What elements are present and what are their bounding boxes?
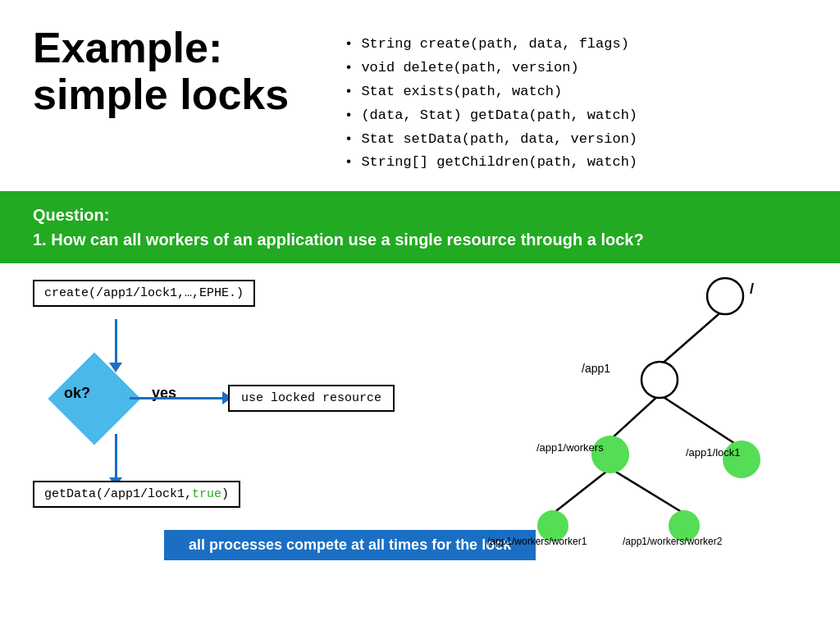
api-item-1: String create(path, data, flags) <box>345 33 807 57</box>
arrow-down-1 <box>115 319 117 364</box>
main-title: Example: simple locks <box>33 25 312 118</box>
svg-text:/app1/workers: /app1/workers <box>536 441 604 454</box>
svg-line-2 <box>660 395 742 448</box>
diamond-shape <box>48 353 140 445</box>
api-item-2: void delete(path, version) <box>345 57 807 80</box>
svg-line-0 <box>660 308 725 366</box>
svg-point-6 <box>641 362 678 398</box>
svg-line-1 <box>610 395 660 440</box>
getdata-highlight: true <box>192 487 221 501</box>
getdata-prefix: getData(/app1/lock1, <box>44 487 192 501</box>
tree-svg: / /app1 /app1/workers /app1/lock1 /app1/… <box>471 272 815 550</box>
title-line2: simple locks <box>33 71 289 118</box>
tree-diagram: / /app1 /app1/workers /app1/lock1 /app1/… <box>471 272 815 550</box>
svg-text:/: / <box>750 281 754 297</box>
getdata-box: getData(/app1/lock1,true) <box>33 481 240 508</box>
diamond-label: ok? <box>64 385 90 402</box>
svg-text:/app1/workers/worker1: /app1/workers/worker1 <box>487 536 587 547</box>
title-area: Example: simple locks <box>33 25 312 175</box>
question-line1: Question: <box>33 206 109 224</box>
question-line2: 1. How can all workers of an application… <box>33 231 644 249</box>
title-line1: Example: <box>33 24 222 71</box>
question-section: Question: 1. How can all workers of an a… <box>0 191 840 263</box>
arrow-right-to-locked <box>130 397 224 399</box>
top-section: Example: simple locks String create(path… <box>0 0 840 191</box>
api-item-3: Stat exists(path, watch) <box>345 80 807 104</box>
getdata-suffix: ) <box>221 487 229 501</box>
arrow-down-2 <box>115 434 117 479</box>
api-item-5: Stat setData(path, data, version) <box>345 128 807 152</box>
api-item-4: (data, Stat) getData(path, watch) <box>345 104 807 128</box>
svg-point-5 <box>707 278 743 314</box>
svg-text:/app1/lock1: /app1/lock1 <box>686 446 741 459</box>
svg-text:/app1/workers/worker2: /app1/workers/worker2 <box>623 536 723 547</box>
bullet-list: String create(path, data, flags) void de… <box>345 25 807 175</box>
svg-text:/app1: /app1 <box>582 362 610 375</box>
svg-line-3 <box>553 468 610 514</box>
diagram-section: create(/app1/lock1,…,EPHE.) ok? yes use … <box>0 263 840 575</box>
svg-line-4 <box>610 468 684 514</box>
api-item-6: String[] getChildren(path, watch) <box>345 151 807 175</box>
api-list: String create(path, data, flags) void de… <box>345 33 807 175</box>
locked-resource-box: use locked resource <box>228 385 395 412</box>
question-text: Question: 1. How can all workers of an a… <box>33 203 807 252</box>
create-box: create(/app1/lock1,…,EPHE.) <box>33 280 255 307</box>
